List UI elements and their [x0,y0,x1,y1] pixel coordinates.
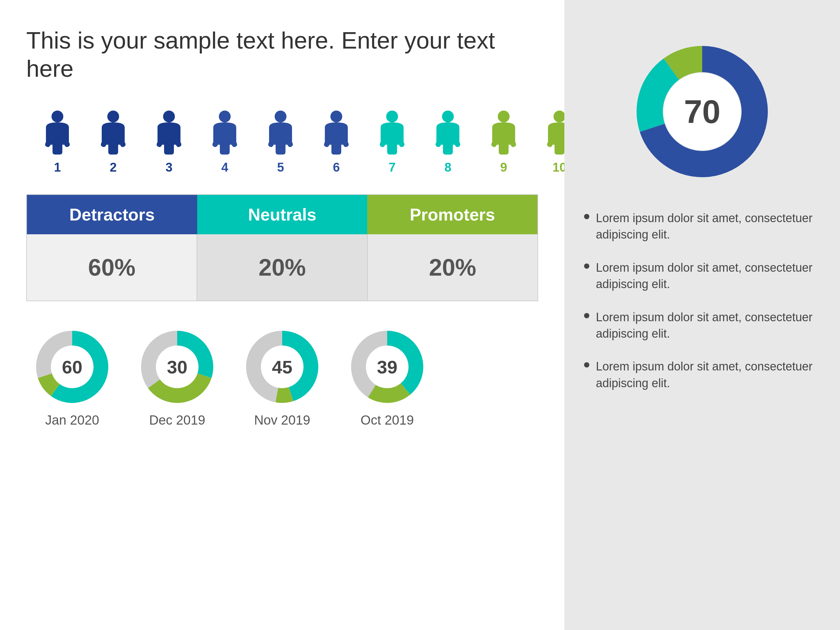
donut-value-3: 39 [377,356,397,377]
donut-value-2: 45 [272,356,292,377]
bullet-text-0: Lorem ipsum dolor sit amet, consectetuer… [596,210,820,243]
person-icon-1 [39,109,76,156]
svg-point-8 [498,111,510,122]
bullet-item-2: Lorem ipsum dolor sit amet, consectetuer… [584,309,820,342]
table-body: 60%20%20% [27,234,537,300]
right-panel: 70 Lorem ipsum dolor sit amet, consectet… [564,0,840,630]
person-number-8: 8 [444,161,451,175]
person-icon-7 [374,109,410,156]
table-body-cell-2: 20% [368,234,537,300]
bullet-list: Lorem ipsum dolor sit amet, consectetuer… [584,210,820,408]
person-number-9: 9 [500,161,507,175]
person-icon-2 [95,109,131,156]
table-header-cell-2: Promoters [367,195,537,234]
person-item-4: 4 [207,109,243,175]
donut-label-0: Jan 2020 [45,413,99,428]
svg-point-9 [554,111,565,122]
bullet-dot-0 [584,214,589,219]
person-icon-9 [486,109,522,156]
table-header: DetractorsNeutralsPromoters [27,195,537,234]
person-icon-8 [430,109,466,156]
person-icon-5 [262,109,298,156]
bullet-text-2: Lorem ipsum dolor sit amet, consectetuer… [596,309,820,342]
donut-item-0: 60 Jan 2020 [33,327,112,428]
person-number-4: 4 [221,161,228,175]
donut-container-1: 30 [138,327,216,406]
bullet-text-3: Lorem ipsum dolor sit amet, consectetuer… [596,358,820,392]
bullet-dot-3 [584,362,589,368]
svg-point-6 [386,111,398,122]
person-number-6: 6 [333,161,339,175]
person-number-5: 5 [277,161,284,175]
donut-label-3: Oct 2019 [361,413,414,428]
person-number-3: 3 [165,161,172,175]
person-item-8: 8 [430,109,466,175]
person-icon-3 [151,109,187,156]
svg-point-1 [107,111,119,122]
table-header-cell-0: Detractors [27,195,197,234]
svg-point-7 [442,111,454,122]
bullet-item-3: Lorem ipsum dolor sit amet, consectetuer… [584,358,820,392]
donut-container-3: 39 [348,327,426,406]
left-panel: This is your sample text here. Enter you… [0,0,564,630]
donuts-row: 60 Jan 2020 30 Dec 2019 45 Nov 2019 [26,327,538,428]
bullet-dot-1 [584,264,589,269]
donut-value-0: 60 [62,356,82,377]
table-header-cell-1: Neutrals [197,195,368,234]
svg-point-5 [330,111,342,122]
nps-table: DetractorsNeutralsPromoters 60%20%20% [26,194,538,301]
bullet-item-1: Lorem ipsum dolor sit amet, consectetuer… [584,259,820,293]
person-item-6: 6 [318,109,354,175]
people-row: 1 2 3 4 [26,109,538,175]
person-item-5: 5 [262,109,298,175]
donut-value-1: 30 [167,356,187,377]
page-title: This is your sample text here. Enter you… [26,26,538,83]
svg-point-3 [219,111,231,122]
person-item-2: 2 [95,109,131,175]
person-item-3: 3 [151,109,187,175]
big-donut-container: 70 [630,39,774,184]
bullet-item-0: Lorem ipsum dolor sit amet, consectetuer… [584,210,820,243]
person-item-1: 1 [39,109,76,175]
donut-item-3: 39 Oct 2019 [348,327,426,428]
donut-item-2: 45 Nov 2019 [243,327,322,428]
bullet-text-1: Lorem ipsum dolor sit amet, consectetuer… [596,259,820,293]
donut-container-2: 45 [243,327,322,406]
person-icon-4 [207,109,243,156]
bullet-dot-2 [584,313,589,318]
person-icon-6 [318,109,354,156]
person-item-9: 9 [486,109,522,175]
person-number-2: 2 [110,161,117,175]
person-number-7: 7 [388,161,395,175]
person-item-7: 7 [374,109,410,175]
big-donut-value: 70 [684,93,720,131]
svg-point-2 [163,111,175,122]
donut-item-1: 30 Dec 2019 [138,327,216,428]
table-body-cell-0: 60% [27,234,197,300]
person-number-1: 1 [54,161,61,175]
donut-label-1: Dec 2019 [149,413,205,428]
donut-container-0: 60 [33,327,112,406]
donut-label-2: Nov 2019 [254,413,310,428]
table-body-cell-1: 20% [197,234,368,300]
svg-point-4 [275,111,286,122]
svg-point-0 [52,111,63,122]
